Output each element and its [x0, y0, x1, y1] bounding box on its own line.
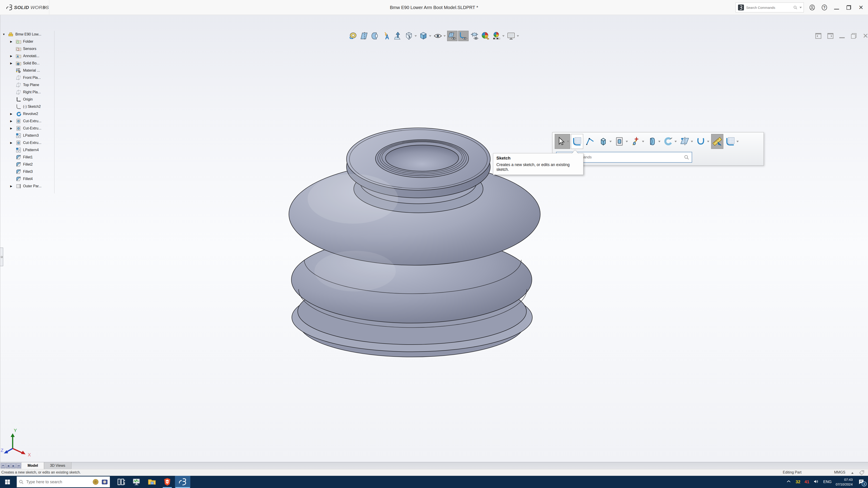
- taskbar-brave-icon[interactable]: [160, 476, 175, 488]
- doc-restore-button[interactable]: [849, 32, 858, 40]
- view-orientation-button[interactable]: [404, 31, 417, 41]
- tree-item-folder[interactable]: Folder: [0, 38, 54, 45]
- taskbar-solidworks-icon[interactable]: [175, 476, 190, 488]
- sketch-grid-button[interactable]: [724, 134, 740, 149]
- dropdown-arrow-icon[interactable]: [502, 35, 504, 37]
- taskbar-task-view-button[interactable]: [114, 476, 129, 488]
- taskbar-task-manager-icon[interactable]: [129, 476, 144, 488]
- command-search-input[interactable]: [746, 6, 791, 9]
- expander-icon[interactable]: [10, 55, 16, 58]
- tab-model[interactable]: Model: [22, 462, 44, 469]
- dropdown-arrow-icon[interactable]: [737, 141, 739, 142]
- tree-item-lpattern4[interactable]: LPattern4: [0, 147, 54, 154]
- tree-item-outer-part[interactable]: Outer Par...: [0, 183, 54, 190]
- graphics-viewport[interactable]: Y X Z: [0, 15, 868, 462]
- view-settings-button[interactable]: [506, 31, 520, 41]
- tree-item-right-plane[interactable]: Right Pla...: [0, 89, 54, 96]
- tab-last-button[interactable]: ⏭: [16, 463, 21, 468]
- doc-minimize-button[interactable]: [837, 32, 846, 40]
- expander-icon[interactable]: [10, 141, 16, 144]
- hole-wizard-button[interactable]: [630, 134, 645, 149]
- notification-center-button[interactable]: 3: [857, 477, 866, 486]
- minimize-button[interactable]: [833, 4, 840, 11]
- units-label[interactable]: MMGS: [834, 470, 845, 475]
- dropdown-arrow-icon[interactable]: [567, 141, 569, 142]
- expander-icon[interactable]: [10, 185, 16, 188]
- extruded-boss-button[interactable]: [597, 134, 613, 149]
- measure-button[interactable]: [348, 31, 359, 41]
- expander-icon[interactable]: [2, 33, 8, 36]
- windows-search-box[interactable]: [17, 477, 110, 487]
- units-dropdown-icon[interactable]: [851, 472, 854, 474]
- tree-item-cut-extrude1[interactable]: Cut-Extru...: [0, 118, 54, 125]
- tab-first-button[interactable]: ⏮: [1, 463, 5, 468]
- tab-next-button[interactable]: ▶: [11, 463, 16, 468]
- dropdown-arrow-icon[interactable]: [658, 141, 660, 142]
- help-button[interactable]: [820, 4, 828, 11]
- dropdown-arrow-icon[interactable]: [707, 141, 709, 142]
- expander-icon[interactable]: [10, 127, 16, 130]
- search-icon[interactable]: [684, 154, 689, 160]
- line-tool-button[interactable]: [584, 134, 596, 149]
- tab-3d-views[interactable]: 3D Views: [44, 462, 71, 469]
- dropdown-arrow-icon[interactable]: [642, 141, 644, 142]
- tree-item-part-root[interactable]: Bmw E90 Low...: [0, 31, 54, 38]
- hide-show-items-button[interactable]: [433, 31, 446, 41]
- collapse-pane-right-button[interactable]: [826, 32, 835, 40]
- taskbar-file-explorer-icon[interactable]: [144, 476, 160, 488]
- tree-item-revolve2[interactable]: Revolve2: [0, 110, 54, 118]
- doc-close-button[interactable]: ✕: [861, 32, 868, 40]
- tree-item-sensors[interactable]: Sensors: [0, 45, 54, 53]
- pane-splitter-handle[interactable]: [0, 248, 3, 266]
- annotations-button[interactable]: [381, 31, 392, 41]
- dropdown-arrow-icon[interactable]: [517, 35, 519, 37]
- expander-icon[interactable]: [10, 40, 16, 43]
- sketch-relations-button[interactable]: [469, 31, 480, 41]
- dropdown-arrow-icon[interactable]: [691, 141, 693, 142]
- expander-icon[interactable]: [10, 112, 16, 116]
- start-button[interactable]: [0, 476, 15, 488]
- spline-tool-button[interactable]: [695, 134, 710, 149]
- expander-icon[interactable]: [10, 62, 16, 65]
- tree-item-fillet3[interactable]: Fillet3: [0, 168, 54, 175]
- tree-item-lpattern3[interactable]: LPattern3: [0, 132, 54, 139]
- search-icon[interactable]: [793, 5, 798, 10]
- revolved-cut-button[interactable]: [662, 134, 678, 149]
- restore-button[interactable]: [845, 4, 852, 11]
- tree-item-front-plane[interactable]: Front Pla...: [0, 74, 54, 81]
- section-view-button[interactable]: [360, 31, 370, 41]
- login-button[interactable]: [808, 4, 816, 11]
- edit-appearance-button[interactable]: [480, 31, 491, 41]
- tree-item-annotations[interactable]: Annotati...: [0, 53, 54, 60]
- search-highlight-compact-icon[interactable]: [101, 479, 108, 485]
- dropdown-arrow-icon[interactable]: [610, 141, 612, 142]
- revolved-boss-button[interactable]: [646, 134, 661, 149]
- select-tool-button[interactable]: [555, 134, 570, 149]
- tree-item-sketch2[interactable]: (-) Sketch2: [0, 103, 54, 110]
- section-cut-button[interactable]: [370, 31, 381, 41]
- windows-search-input[interactable]: [26, 480, 90, 484]
- dropdown-arrow-icon[interactable]: [626, 141, 628, 142]
- dropdown-arrow-icon[interactable]: [429, 35, 431, 37]
- clock[interactable]: 07:43 07/10/2024: [836, 477, 852, 487]
- view-planes-toggle[interactable]: [447, 31, 458, 41]
- reference-geometry-button[interactable]: [679, 134, 694, 149]
- sensor-value-2[interactable]: 41: [804, 480, 809, 484]
- tree-item-top-plane[interactable]: Top Plane: [0, 81, 54, 89]
- tree-item-origin[interactable]: Origin: [0, 96, 54, 103]
- normal-to-button[interactable]: [393, 31, 403, 41]
- dropdown-arrow-icon[interactable]: [414, 35, 417, 37]
- collapse-pane-left-button[interactable]: [814, 32, 823, 40]
- hidden-icons-button[interactable]: [786, 479, 792, 485]
- tree-item-fillet2[interactable]: Fillet2: [0, 161, 54, 168]
- extruded-cut-button[interactable]: [614, 134, 629, 149]
- expander-icon[interactable]: [10, 120, 16, 123]
- dropdown-arrow-icon[interactable]: [443, 35, 446, 37]
- language-indicator[interactable]: ENG: [823, 480, 832, 484]
- search-dropdown-icon[interactable]: [800, 7, 802, 8]
- sensor-value-1[interactable]: 32: [796, 480, 800, 484]
- tree-item-fillet4[interactable]: Fillet4: [0, 175, 54, 183]
- tree-item-cut-extrude3[interactable]: Cut-Extru...: [0, 139, 54, 147]
- tab-prev-button[interactable]: ◀: [6, 463, 11, 468]
- tree-item-solid-bodies[interactable]: Solid Bo...: [0, 60, 54, 67]
